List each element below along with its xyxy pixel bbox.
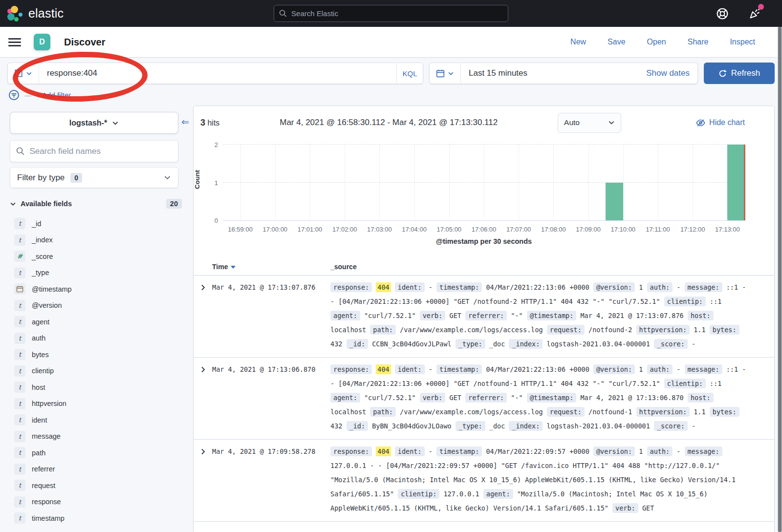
field-item-type[interactable]: t_type	[10, 265, 183, 281]
string-type-icon: t	[14, 365, 25, 377]
field-item-request[interactable]: trequest	[10, 477, 183, 494]
field-item-response[interactable]: tresponse	[10, 494, 183, 511]
histogram-bar[interactable]	[727, 145, 745, 220]
page-title: Discover	[64, 37, 106, 48]
app-header: D Discover NewSaveOpenShareInspect	[0, 27, 782, 58]
field-item-clientip[interactable]: tclientip	[10, 363, 183, 380]
add-filter-link[interactable]: + Add filter	[36, 91, 71, 99]
menu-icon[interactable]	[8, 36, 21, 48]
top-nav: NewSaveOpenShareInspect	[570, 38, 755, 46]
saved-query-menu-button[interactable]	[8, 63, 39, 84]
histogram-chart[interactable]: Count 16:59:0017:00:0017:01:0017:02:0017…	[203, 134, 764, 250]
field-item-message[interactable]: tmessage	[10, 428, 183, 445]
interval-select[interactable]: Auto	[558, 113, 621, 133]
field-name: bytes	[32, 351, 49, 359]
date-picker: Last 15 minutes Show dates	[429, 63, 698, 84]
histogram-bar[interactable]	[606, 183, 623, 221]
grid-line	[310, 145, 310, 220]
chevron-down-icon	[112, 120, 119, 127]
expand-row-icon[interactable]	[194, 445, 212, 515]
x-tick-label: 17:08:00	[541, 226, 566, 233]
calendar-icon	[436, 69, 445, 78]
refresh-button[interactable]: Refresh	[704, 63, 775, 84]
save-query-icon	[14, 69, 23, 78]
x-tick-label: 17:07:00	[506, 226, 531, 233]
field-name: _index	[32, 236, 53, 244]
refresh-icon	[718, 69, 727, 78]
filter-by-type-dropdown[interactable]: Filter by type 0	[10, 167, 178, 188]
grid-line	[240, 145, 241, 220]
field-item-host[interactable]: thost	[10, 379, 183, 396]
source-column-header: _source	[330, 263, 774, 271]
field-name: path	[32, 449, 45, 457]
scrollbar-thumb[interactable]	[778, 27, 782, 532]
field-name: @timestamp	[32, 285, 72, 293]
field-item-path[interactable]: tpath	[10, 445, 183, 461]
nav-new-link[interactable]: New	[570, 38, 586, 46]
collapse-sidebar-icon[interactable]: ⇐	[181, 116, 189, 128]
doc-source: response: 404 ident: - timestamp: 04/Mar…	[330, 280, 774, 351]
field-item-timestamp[interactable]: @timestamp	[10, 281, 183, 298]
available-fields-count-badge: 20	[166, 199, 182, 209]
discover-app-badge: D	[34, 34, 50, 50]
y-axis-label: Count	[194, 170, 201, 189]
global-search-box[interactable]	[274, 5, 508, 22]
field-item-id[interactable]: t_id	[10, 215, 183, 232]
grid-line	[379, 145, 380, 220]
nav-share-link[interactable]: Share	[688, 38, 709, 46]
field-name: auth	[32, 334, 45, 342]
field-item-httpversion[interactable]: thttpversion	[10, 396, 183, 412]
chevron-down-icon	[164, 174, 171, 181]
newsfeed-button[interactable]	[748, 7, 761, 20]
field-item-auth[interactable]: tauth	[10, 330, 183, 347]
y-tick-label: 2	[215, 141, 218, 149]
string-type-icon: t	[14, 464, 25, 475]
date-quick-menu-button[interactable]	[430, 63, 461, 84]
field-search-input[interactable]	[29, 147, 172, 156]
field-search-box[interactable]	[10, 140, 178, 162]
global-search-input[interactable]	[291, 9, 503, 18]
available-fields-header[interactable]: Available fields 20	[10, 199, 183, 209]
nav-open-link[interactable]: Open	[647, 38, 666, 46]
grid-line	[553, 145, 554, 220]
field-item-bytes[interactable]: tbytes	[10, 346, 183, 363]
calendar-icon	[16, 285, 23, 293]
filter-icon[interactable]	[8, 89, 20, 101]
query-input[interactable]	[39, 63, 396, 84]
field-name: clientip	[32, 367, 54, 375]
string-type-icon: t	[14, 431, 25, 442]
x-tick-label: 17:01:00	[298, 226, 323, 233]
field-name: request	[32, 482, 55, 489]
field-name: agent	[32, 318, 49, 326]
grid-line	[223, 182, 745, 183]
string-type-icon: t	[14, 349, 25, 360]
string-type-icon: t	[14, 300, 25, 311]
time-column-header[interactable]: Time	[212, 263, 330, 271]
field-item-ident[interactable]: tident	[10, 412, 183, 428]
field-item-index[interactable]: t_index	[10, 232, 183, 249]
field-item-agent[interactable]: tagent	[10, 314, 183, 330]
time-range-value[interactable]: Last 15 minutes	[461, 68, 646, 78]
field-item-score[interactable]: #_score	[10, 248, 183, 265]
help-icon[interactable]	[716, 7, 729, 20]
page-scrollbar[interactable]	[778, 27, 782, 532]
table-row: Mar 4, 2021 @ 17:13:07.876response: 404 …	[194, 276, 774, 358]
doc-timestamp: Mar 4, 2021 @ 17:13:06.870	[212, 362, 330, 433]
expand-row-icon[interactable]	[194, 362, 212, 433]
field-name: timestamp	[32, 514, 65, 522]
nav-save-link[interactable]: Save	[608, 38, 625, 46]
field-name: host	[32, 383, 45, 391]
field-name: _score	[32, 253, 53, 260]
index-pattern-selector[interactable]: logstash-*	[10, 112, 178, 134]
show-dates-link[interactable]: Show dates	[646, 68, 697, 78]
string-type-icon: t	[14, 512, 25, 524]
expand-row-icon[interactable]	[194, 280, 212, 351]
field-item-referrer[interactable]: treferrer	[10, 461, 183, 478]
field-name: _id	[32, 220, 41, 228]
kql-toggle-button[interactable]: KQL	[396, 63, 423, 84]
hide-chart-link[interactable]: Hide chart	[696, 118, 745, 128]
field-item-timestamp[interactable]: ttimestamp	[10, 510, 183, 527]
nav-inspect-link[interactable]: Inspect	[730, 38, 755, 46]
x-tick-label: 16:59:00	[228, 226, 253, 233]
field-item-version[interactable]: t@version	[10, 298, 183, 314]
